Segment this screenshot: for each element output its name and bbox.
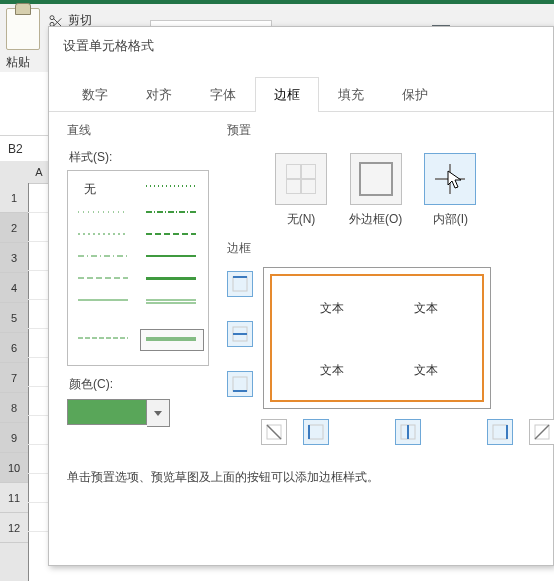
row-header-2[interactable]: 2	[0, 213, 28, 243]
presets-section-label: 预置	[227, 122, 554, 139]
border-top-icon	[232, 276, 248, 292]
line-style-list[interactable]: 无	[67, 170, 209, 366]
border-diag-up-button[interactable]	[529, 419, 554, 445]
tab-border[interactable]: 边框	[255, 77, 319, 112]
svg-line-31	[535, 425, 549, 439]
tab-number[interactable]: 数字	[63, 77, 127, 112]
style-label: 样式(S):	[69, 149, 209, 166]
row-header-4[interactable]: 4	[0, 273, 28, 303]
tab-fill[interactable]: 填充	[319, 77, 383, 112]
svg-point-0	[50, 15, 54, 19]
format-cells-dialog: 设置单元格格式 数字 对齐 字体 边框 填充 保护 直线 样式(S): 无	[48, 26, 554, 566]
row-header-1[interactable]: 1	[0, 183, 28, 213]
border-diag-down-icon	[266, 424, 282, 440]
svg-rect-28	[493, 425, 507, 439]
tab-font[interactable]: 字体	[191, 77, 255, 112]
dialog-title: 设置单元格格式	[49, 27, 553, 59]
preview-text-br: 文本	[414, 362, 438, 379]
border-bottom-icon	[232, 376, 248, 392]
tab-alignment[interactable]: 对齐	[127, 77, 191, 112]
preset-inside-button[interactable]	[424, 153, 476, 205]
border-horizontal-middle-button[interactable]	[227, 321, 253, 347]
border-vertical-middle-button[interactable]	[395, 419, 421, 445]
border-left-icon	[308, 424, 324, 440]
border-right-icon	[492, 424, 508, 440]
row-header-3[interactable]: 3	[0, 243, 28, 273]
row-header-9[interactable]: 9	[0, 423, 28, 453]
border-hmid-icon	[232, 326, 248, 342]
preset-none-label: 无(N)	[287, 211, 316, 228]
border-section-label: 边框	[227, 240, 554, 257]
preset-inside-label: 内部(I)	[433, 211, 468, 228]
border-left-button[interactable]	[303, 419, 329, 445]
row-header-10[interactable]: 10	[0, 453, 28, 483]
chevron-down-icon	[154, 411, 162, 416]
select-all-corner[interactable]	[0, 161, 29, 184]
preset-outline-button[interactable]	[350, 153, 402, 205]
color-swatch[interactable]	[67, 399, 147, 425]
preset-buttons: 无(N) 外边框(O) 内部(I)	[275, 153, 554, 228]
paste-label[interactable]: 粘贴	[6, 54, 30, 71]
border-right-button[interactable]	[487, 419, 513, 445]
border-preview[interactable]: 文本 文本 文本 文本	[263, 267, 491, 409]
row-header-8[interactable]: 8	[0, 393, 28, 423]
svg-line-23	[267, 425, 281, 439]
border-bottom-button[interactable]	[227, 371, 253, 397]
preview-text-tr: 文本	[414, 300, 438, 317]
svg-rect-20	[233, 377, 247, 391]
line-section-label: 直线	[67, 122, 209, 139]
name-box[interactable]: B2	[0, 136, 53, 162]
border-diag-down-button[interactable]	[261, 419, 287, 445]
tab-protection[interactable]: 保护	[383, 77, 447, 112]
clipboard-group	[6, 8, 40, 50]
line-style-none[interactable]: 无	[84, 181, 96, 198]
row-header-5[interactable]: 5	[0, 303, 28, 333]
svg-rect-16	[233, 277, 247, 291]
border-diag-up-icon	[534, 424, 550, 440]
row-header-6[interactable]: 6	[0, 333, 28, 363]
border-vmid-icon	[400, 424, 416, 440]
preset-outline-label: 外边框(O)	[349, 211, 402, 228]
row-header-12[interactable]: 12	[0, 513, 28, 543]
color-label: 颜色(C):	[69, 376, 209, 393]
dialog-tabs: 数字 对齐 字体 边框 填充 保护	[49, 59, 553, 112]
row-header-7[interactable]: 7	[0, 363, 28, 393]
color-dropdown-button[interactable]	[147, 399, 170, 427]
preset-none-button[interactable]	[275, 153, 327, 205]
row-headers[interactable]: 1 2 3 4 5 6 7 8 9 10 11 12	[0, 183, 29, 581]
help-text: 单击预置选项、预览草图及上面的按钮可以添加边框样式。	[67, 469, 553, 486]
clipboard-icon[interactable]	[6, 8, 40, 50]
row-header-11[interactable]: 11	[0, 483, 28, 513]
preview-text-tl: 文本	[320, 300, 344, 317]
svg-rect-24	[309, 425, 323, 439]
border-top-button[interactable]	[227, 271, 253, 297]
preview-text-bl: 文本	[320, 362, 344, 379]
